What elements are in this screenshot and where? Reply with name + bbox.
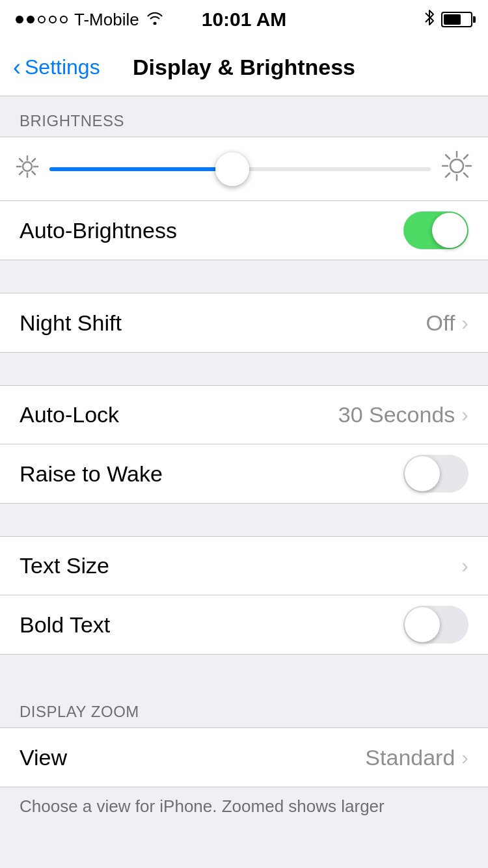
raise-to-wake-label: Raise to Wake (20, 461, 163, 487)
spacer-3 (0, 504, 488, 536)
spacer-2 (0, 353, 488, 385)
auto-lock-row[interactable]: Auto-Lock 30 Seconds › (0, 386, 488, 444)
view-chevron-icon: › (461, 746, 468, 770)
auto-brightness-row: Auto-Brightness (0, 201, 488, 260)
bold-text-row: Bold Text (0, 595, 488, 654)
night-shift-label: Night Shift (20, 310, 122, 336)
view-value: Standard (365, 745, 455, 770)
display-zoom-card: View Standard › (0, 727, 488, 787)
auto-lock-label: Auto-Lock (20, 402, 119, 427)
night-shift-card: Night Shift Off › (0, 293, 488, 353)
svg-line-16 (464, 155, 468, 159)
svg-point-0 (23, 162, 32, 171)
display-zoom-footer: Choose a view for iPhone. Zoomed shows l… (0, 787, 488, 830)
night-shift-right: Off › (426, 310, 468, 336)
sun-large-icon (441, 150, 472, 187)
brightness-section-header: BRIGHTNESS (0, 96, 488, 137)
wifi-icon (146, 10, 164, 29)
text-card: Text Size › Bold Text (0, 536, 488, 655)
night-shift-row[interactable]: Night Shift Off › (0, 293, 488, 352)
svg-line-6 (33, 172, 36, 175)
status-left: T-Mobile (16, 10, 164, 30)
spacer-4 (0, 655, 488, 687)
brightness-card: Auto-Brightness (0, 137, 488, 260)
view-row[interactable]: View Standard › (0, 728, 488, 787)
view-right: Standard › (365, 745, 468, 770)
slider-fill (49, 167, 232, 171)
auto-brightness-label: Auto-Brightness (20, 218, 177, 243)
nav-title: Display & Brightness (133, 55, 355, 80)
spacer-1 (0, 260, 488, 293)
text-size-row[interactable]: Text Size › (0, 537, 488, 595)
time-display: 10:01 AM (202, 8, 287, 31)
bold-text-toggle[interactable] (403, 606, 468, 644)
sun-small-icon (16, 155, 39, 183)
svg-point-9 (450, 159, 463, 172)
signal-dot-1 (16, 16, 23, 23)
carrier-label: T-Mobile (74, 10, 139, 30)
svg-line-7 (33, 159, 36, 162)
signal-dot-2 (27, 16, 34, 23)
bluetooth-icon (424, 9, 435, 30)
slider-thumb[interactable] (215, 152, 249, 186)
back-chevron-icon: ‹ (13, 54, 21, 81)
raise-to-wake-toggle[interactable] (403, 455, 468, 493)
night-shift-chevron-icon: › (461, 311, 468, 335)
bold-text-label: Bold Text (20, 612, 110, 638)
back-label: Settings (25, 55, 100, 79)
brightness-slider-row[interactable] (0, 137, 488, 201)
svg-line-15 (464, 173, 468, 177)
text-size-right: › (461, 554, 468, 578)
night-shift-value: Off (426, 310, 455, 336)
raise-to-wake-row: Raise to Wake (0, 444, 488, 503)
auto-brightness-toggle-thumb (432, 213, 467, 248)
back-button[interactable]: ‹ Settings (13, 54, 100, 81)
battery-indicator (441, 12, 472, 27)
svg-line-5 (20, 159, 23, 162)
battery-fill (444, 14, 461, 25)
auto-lock-right: 30 Seconds › (338, 402, 468, 427)
brightness-slider[interactable] (49, 167, 431, 171)
signal-dot-5 (60, 16, 68, 23)
auto-lock-value: 30 Seconds (338, 402, 455, 427)
text-size-label: Text Size (20, 553, 109, 578)
signal-dot-3 (38, 16, 46, 23)
display-zoom-section-header: DISPLAY ZOOM (0, 687, 488, 727)
raise-to-wake-toggle-thumb (405, 456, 440, 491)
auto-lock-card: Auto-Lock 30 Seconds › Raise to Wake (0, 385, 488, 504)
auto-brightness-toggle[interactable] (403, 211, 468, 249)
nav-bar: ‹ Settings Display & Brightness (0, 39, 488, 96)
svg-line-17 (446, 173, 450, 177)
bold-text-toggle-thumb (405, 607, 440, 642)
view-label: View (20, 745, 67, 770)
signal-dots (16, 16, 68, 23)
status-right (424, 9, 472, 30)
svg-line-8 (20, 172, 23, 175)
status-bar: T-Mobile 10:01 AM (0, 0, 488, 39)
text-size-chevron-icon: › (461, 554, 468, 578)
signal-dot-4 (49, 16, 57, 23)
auto-lock-chevron-icon: › (461, 403, 468, 427)
svg-line-14 (446, 155, 450, 159)
